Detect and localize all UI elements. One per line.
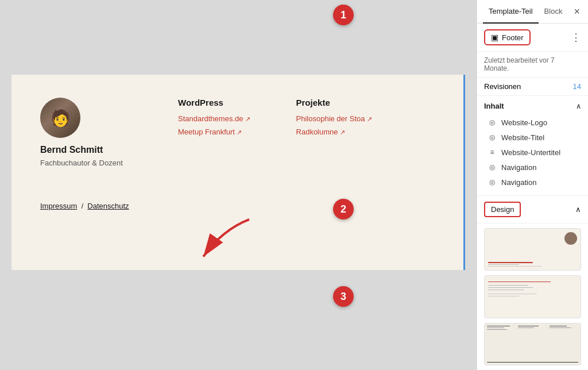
annotation-1: 1 (333, 5, 354, 25)
content-item-website-logo[interactable]: ◎ Website-Logo (484, 115, 581, 130)
nav-link-standardthemes[interactable]: Standardthemes.de (178, 114, 250, 123)
design-thumbnails (477, 223, 588, 370)
content-item-navigation-1[interactable]: ◎ Navigation (484, 160, 581, 175)
sidebar-footer-header: ▣ Footer ⋮ (477, 24, 588, 52)
content-chevron-icon: ∧ (576, 102, 581, 110)
website-untertitel-icon: ≡ (488, 148, 497, 157)
footer-nav-col-projekte: Projekte Philosophie der Stoa Radkolumne (296, 98, 372, 167)
annotation-3: 3 (333, 286, 354, 307)
content-section-label: Inhalt (484, 102, 504, 110)
nav-link-meetup[interactable]: Meetup Frankfurt (178, 128, 250, 136)
footer-top-section: 🧑 Bernd Schmitt Fachbuchautor & Dozent W… (40, 98, 436, 167)
website-logo-icon: ◎ (488, 118, 497, 127)
sidebar-tabs: Template-Teil Block × (477, 0, 588, 24)
design-section-label: Design (484, 202, 521, 217)
content-section-header[interactable]: Inhalt ∧ (484, 102, 581, 110)
footer-badge[interactable]: ▣ Footer (484, 29, 531, 45)
arrow-annotation (189, 218, 258, 267)
footer-author-section: 🧑 Bernd Schmitt Fachbuchautor & Dozent (40, 98, 144, 167)
content-item-navigation-2[interactable]: ◎ Navigation (484, 175, 581, 190)
revisions-count[interactable]: 14 (573, 82, 581, 91)
content-item-label: Website-Untertitel (501, 148, 560, 157)
sidebar-design-section: Design ∧ (477, 196, 588, 223)
content-item-label: Navigation (501, 163, 536, 172)
nav-link-radkolumne[interactable]: Radkolumne (296, 128, 372, 136)
sidebar-panel: Template-Teil Block × ▣ Footer ⋮ Zuletzt… (477, 0, 588, 370)
footer-nav-col-wordpress: WordPress Standardthemes.de Meetup Frank… (178, 98, 250, 167)
nav-col2-heading: Projekte (296, 98, 372, 107)
tab-template-teil[interactable]: Template-Teil (483, 0, 539, 24)
nav-col1-heading: WordPress (178, 98, 250, 107)
content-item-website-untertitel[interactable]: ≡ Website-Untertitel (484, 145, 581, 160)
design-thumb-1[interactable] (484, 228, 581, 271)
design-chevron-icon: ∧ (575, 205, 581, 214)
datenschutz-link[interactable]: Datenschutz (87, 202, 129, 210)
revisions-label: Revisionen (484, 82, 521, 91)
close-button[interactable]: × (571, 0, 582, 23)
navigation-2-icon: ◎ (488, 178, 497, 187)
footer-badge-label: Footer (502, 33, 524, 42)
website-titel-icon: ◎ (488, 133, 497, 142)
content-item-label: Website-Titel (501, 133, 544, 142)
content-item-website-titel[interactable]: ◎ Website-Titel (484, 130, 581, 145)
author-name: Bernd Schmitt (40, 145, 144, 155)
canvas-area: 🧑 Bernd Schmitt Fachbuchautor & Dozent W… (0, 0, 477, 370)
author-avatar: 🧑 (40, 98, 80, 138)
navigation-1-icon: ◎ (488, 163, 497, 172)
more-options-button[interactable]: ⋮ (571, 31, 581, 44)
design-thumb-2[interactable] (484, 275, 581, 318)
impressum-link[interactable]: Impressum (40, 202, 77, 210)
sidebar-meta: Zuletzt bearbeitet vor 7 Monate. (477, 52, 588, 78)
footer-badge-icon: ▣ (491, 33, 498, 42)
sidebar-revisions: Revisionen 14 (477, 78, 588, 96)
content-item-label: Website-Logo (501, 118, 547, 127)
tab-block[interactable]: Block (539, 0, 568, 24)
author-subtitle: Fachbuchautor & Dozent (40, 159, 144, 167)
annotation-2: 2 (333, 199, 354, 219)
footer-nav-columns: WordPress Standardthemes.de Meetup Frank… (178, 98, 436, 167)
design-section-header[interactable]: Design ∧ (484, 202, 581, 217)
avatar-image: 🧑 (40, 98, 80, 138)
footer-bottom: Impressum / Datenschutz (40, 190, 436, 210)
sidebar-content-section: Inhalt ∧ ◎ Website-Logo ◎ Website-Titel … (477, 96, 588, 196)
link-separator: / (82, 202, 83, 210)
nav-link-philosophie[interactable]: Philosophie der Stoa (296, 114, 372, 123)
design-thumb-3[interactable] (484, 323, 581, 365)
content-item-label: Navigation (501, 178, 536, 187)
